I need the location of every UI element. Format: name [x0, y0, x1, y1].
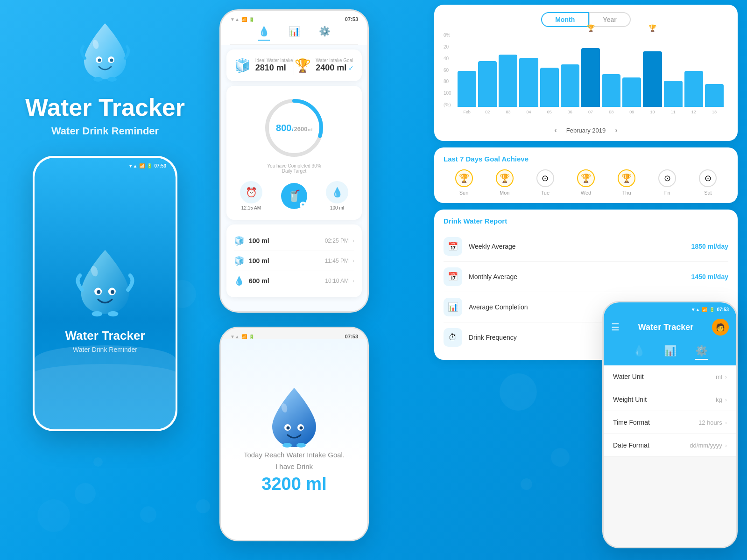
main-phone-content: 🧊 Ideal Water Intake 2810 ml 🏆 Water Int… [221, 45, 367, 311]
bar-item: 06 [561, 33, 579, 107]
bar-label: 05 [547, 110, 552, 114]
bar [478, 61, 497, 107]
bar-label: 12 [691, 110, 696, 114]
nav-water-icon[interactable]: 💧 [258, 26, 270, 41]
day-item: ⊙Sat [699, 169, 717, 196]
settings-item[interactable]: Date Formatdd/mm/yyyy› [604, 434, 736, 457]
left-phone-time: 07:53 [154, 163, 166, 168]
tab-month[interactable]: Month [541, 12, 589, 27]
goal-value: 2400 ml [316, 63, 346, 73]
settings-item-value: 12 hours› [698, 419, 727, 426]
main-phone: ▼▲📶🔋 07:53 💧 📊 ⚙️ 🧊 Ideal Water Intake 2… [219, 9, 369, 313]
day-item: 🏆Sun [455, 169, 473, 196]
bar-label: 11 [671, 110, 676, 114]
bottom-phone-content: Today Reach Water Intake Goal. I have Dr… [221, 339, 367, 540]
chart-prev-btn[interactable]: ‹ [554, 126, 557, 134]
bar-label: 02 [485, 110, 490, 114]
cup-amount-action[interactable]: 💧 100 ml [326, 181, 348, 210]
chart-card: Month Year (%) 100 80 60 40 20 0% Feb020… [434, 5, 738, 141]
settings-item[interactable]: Time Format12 hours› [604, 411, 736, 434]
settings-phone: ▼▲📶🔋 07:53 ☰ Water Tracker 🧑 💧 📊 ⚙️ Wate… [602, 301, 738, 548]
progress-actions: ⏰ 12:15 AM 🥤 + 💧 100 ml [240, 181, 348, 210]
log-item-3[interactable]: 💧 600 ml 10:10 AM › [234, 271, 354, 291]
settings-nav-chart[interactable]: 📊 [664, 345, 677, 360]
hamburger-icon[interactable]: ☰ [611, 322, 620, 333]
water-intake-card: 🧊 Ideal Water Intake 2810 ml 🏆 Water Int… [226, 49, 362, 81]
report-icon: 📊 [444, 298, 462, 316]
goal-label: Water Intake Goal [316, 58, 354, 63]
ring-text: 800 / 2600 ml [276, 123, 312, 133]
report-value: 1850 ml/day [691, 243, 728, 250]
log-amount-3: 600 ml [249, 277, 325, 285]
bottom-phone: ▼▲📶🔋 07:53 [219, 327, 369, 541]
main-phone-time: 07:53 [345, 16, 358, 22]
svg-point-2 [98, 59, 101, 62]
svg-point-21 [296, 443, 306, 448]
settings-item[interactable]: Water Unitml› [604, 365, 736, 388]
days-title: Last 7 Days Goal Achieve [444, 155, 728, 163]
settings-nav[interactable]: 💧 📊 ⚙️ [604, 341, 736, 365]
settings-title: Water Tracker [638, 322, 693, 332]
settings-avatar[interactable]: 🧑 [712, 319, 729, 336]
bar [581, 48, 600, 107]
bar-label: 03 [506, 110, 510, 114]
bar [602, 74, 620, 107]
log-item-1[interactable]: 🧊 100 ml 02:25 PM › [234, 231, 354, 251]
settings-item-value: kg› [716, 396, 727, 403]
bar-item: 🏆10 [643, 33, 662, 107]
log-amount-2: 100 ml [249, 257, 325, 265]
settings-status-bar: ▼▲📶🔋 07:53 [604, 302, 736, 312]
bar [643, 51, 662, 107]
chart-next-btn[interactable]: › [615, 126, 617, 134]
nav-chart-icon[interactable]: 📊 [289, 26, 300, 41]
svg-point-11 [92, 311, 102, 316]
bar-item: 🏆07 [581, 33, 600, 107]
ring-desc: You have Completed 30% Daily Target [267, 163, 321, 174]
bar-label: 13 [712, 110, 717, 114]
bar-item: 09 [622, 33, 641, 107]
report-label: Monthly Average [469, 273, 691, 280]
settings-nav-gear[interactable]: ⚙️ [695, 345, 708, 360]
bar-item: 04 [519, 33, 538, 107]
tab-year[interactable]: Year [589, 12, 631, 27]
report-title: Drink Water Report [444, 217, 728, 225]
settings-item[interactable]: Weight Unitkg› [604, 388, 736, 411]
day-trophy-empty: ⊙ [699, 169, 717, 187]
bar [458, 71, 476, 107]
y-label-0: (%) [444, 102, 455, 107]
nav-settings-icon[interactable]: ⚙️ [319, 26, 331, 41]
cup-amount-label: 100 ml [330, 205, 344, 210]
cup-circle-2: 💧 [326, 181, 348, 203]
bar-label: 08 [609, 110, 613, 114]
svg-point-18 [287, 426, 290, 429]
left-phone-mockup: ▼▲ 📶 🔋 07:53 [33, 156, 177, 431]
settings-content: Water Unitml›Weight Unitkg›Time Format12… [604, 365, 736, 547]
svg-point-5 [107, 77, 117, 82]
settings-time: 07:53 [717, 307, 729, 312]
day-label: Fri [664, 190, 670, 196]
day-trophy-achieved: 🏆 [577, 169, 595, 187]
chart-tabs[interactable]: Month Year [444, 12, 728, 27]
goal-amount: 3200 ml [261, 474, 326, 494]
bar-label: 09 [629, 110, 634, 114]
left-phone-status: ▼▲ 📶 🔋 07:53 [35, 158, 176, 168]
bottom-phone-container: ▼▲📶🔋 07:53 [219, 327, 369, 541]
trophy-icon: 🏆 [587, 24, 595, 32]
y-label-0p: 0% [444, 33, 455, 38]
day-label: Thu [622, 190, 631, 196]
add-cup-button[interactable]: 🥤 + [281, 183, 307, 209]
day-label: Wed [581, 190, 591, 196]
bar-label: Feb [463, 110, 471, 114]
bottom-mascot [264, 385, 324, 451]
left-panel: Water Tracker Water Drink Reminder ▼▲ 📶 … [0, 0, 210, 560]
days-card: Last 7 Days Goal Achieve 🏆Sun🏆Mon⊙Tue🏆We… [434, 147, 738, 203]
day-trophy-achieved: 🏆 [455, 169, 473, 187]
bar-item: 03 [499, 33, 517, 107]
main-phone-nav[interactable]: 💧 📊 ⚙️ [230, 22, 358, 45]
alarm-action[interactable]: ⏰ 12:15 AM [240, 181, 262, 210]
settings-nav-water[interactable]: 💧 [633, 345, 645, 360]
days-row: 🏆Sun🏆Mon⊙Tue🏆Wed🏆Thu⊙Fri⊙Sat [444, 169, 728, 196]
log-item-2[interactable]: 🧊 100 ml 11:45 PM › [234, 251, 354, 271]
settings-item-value: ml› [716, 373, 727, 380]
log-icon-3: 💧 [234, 276, 244, 286]
